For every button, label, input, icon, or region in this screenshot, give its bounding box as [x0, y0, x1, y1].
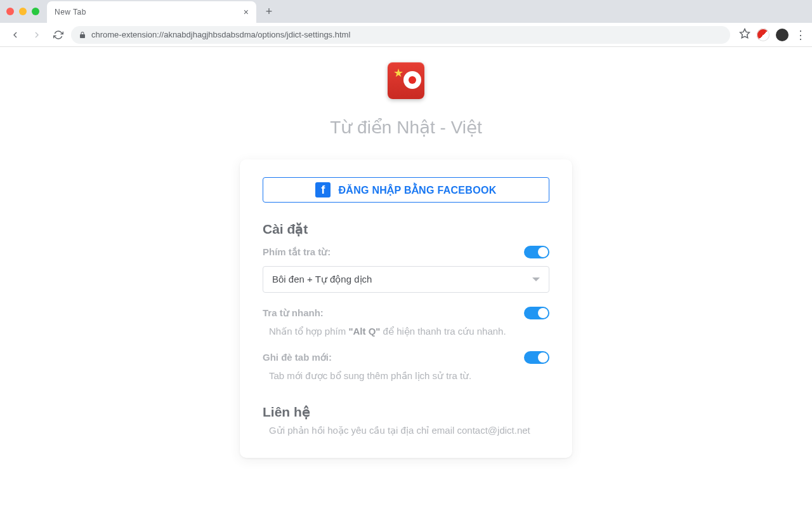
svg-marker-0 [740, 29, 750, 37]
new-tab-button[interactable]: + [260, 3, 278, 20]
close-window-button[interactable] [6, 8, 14, 15]
bookmark-star-icon[interactable] [739, 28, 750, 42]
url-text: chrome-extension://aknabdjhagjhbsdabsdma… [91, 30, 350, 39]
profile-avatar-icon[interactable] [776, 29, 789, 41]
browser-menu-icon[interactable]: ⋮ [795, 29, 806, 41]
window-controls [6, 8, 39, 15]
shortcut-select[interactable]: Bôi đen + Tự động dịch [263, 266, 549, 293]
override-tab-toggle[interactable] [524, 351, 549, 364]
app-logo: ★ [388, 62, 424, 99]
override-tab-label: Ghi đè tab mới: [263, 352, 332, 363]
tab-title: New Tab [55, 8, 244, 17]
jdict-extension-icon[interactable] [757, 29, 769, 41]
shortcut-toggle[interactable] [524, 246, 549, 258]
reload-button[interactable] [49, 26, 67, 44]
page-title: Từ điển Nhật - Việt [330, 117, 482, 138]
forward-button[interactable] [28, 26, 46, 44]
back-button[interactable] [6, 26, 24, 44]
quick-lookup-toggle[interactable] [524, 307, 549, 319]
quick-lookup-label: Tra từ nhanh: [263, 307, 324, 319]
facebook-icon: f [315, 182, 331, 197]
facebook-login-label: ĐĂNG NHẬP BẰNG FACEBOOK [338, 184, 496, 196]
shortcut-setting-row: Phím tắt tra từ: [263, 246, 549, 258]
browser-chrome: New Tab × + chrome-extension://aknabdjha… [0, 0, 812, 47]
browser-tab[interactable]: New Tab × [47, 1, 256, 23]
close-tab-icon[interactable]: × [244, 7, 249, 17]
minimize-window-button[interactable] [19, 8, 27, 15]
settings-card: f ĐĂNG NHẬP BẰNG FACEBOOK Cài đặt Phím t… [240, 159, 572, 458]
maximize-window-button[interactable] [32, 8, 39, 15]
override-tab-description: Tab mới được bổ sung thêm phần lịch sử t… [263, 370, 549, 382]
override-tab-setting: Ghi đè tab mới: Tab mới được bổ sung thê… [263, 351, 549, 382]
settings-page: ★ Từ điển Nhật - Việt f ĐĂNG NHẬP BẰNG F… [0, 47, 812, 508]
shortcut-select-value: Bôi đen + Tự động dịch [272, 274, 372, 285]
tab-bar: New Tab × + [0, 0, 812, 23]
japan-flag-icon [403, 71, 421, 89]
contact-text: Gửi phản hồi hoặc yêu cầu tại địa chỉ em… [263, 425, 549, 436]
address-bar[interactable]: chrome-extension://aknabdjhagjhbsdabsdma… [71, 26, 730, 44]
quick-lookup-setting: Tra từ nhanh: Nhấn tổ hợp phím "Alt Q" đ… [263, 307, 549, 337]
settings-section-title: Cài đặt [263, 222, 549, 237]
lock-icon [79, 31, 86, 39]
chevron-down-icon [532, 277, 540, 281]
quick-lookup-description: Nhấn tổ hợp phím "Alt Q" để hiện thanh t… [263, 326, 549, 337]
facebook-login-button[interactable]: f ĐĂNG NHẬP BẰNG FACEBOOK [263, 177, 549, 203]
toolbar-right: ⋮ [739, 28, 806, 42]
shortcut-label: Phím tắt tra từ: [263, 246, 331, 258]
contact-section-title: Liên hệ [263, 404, 549, 420]
browser-toolbar: chrome-extension://aknabdjhagjhbsdabsdma… [0, 23, 812, 47]
